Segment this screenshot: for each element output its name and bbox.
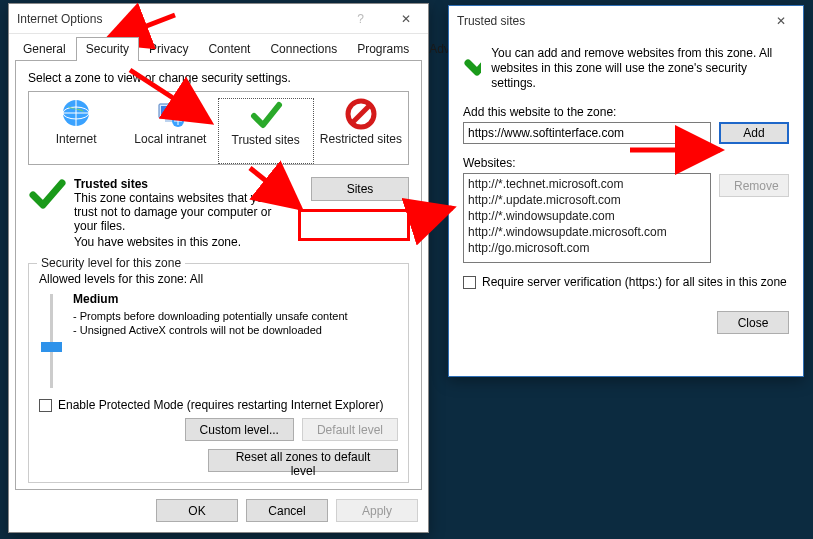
help-icon[interactable]: ? bbox=[338, 4, 383, 33]
websites-list[interactable]: http://*.technet.microsoft.com http://*.… bbox=[463, 173, 711, 263]
site-item[interactable]: http://*.update.microsoft.com bbox=[468, 192, 706, 208]
zone-list[interactable]: Internet Local intranet Trusted sites Re… bbox=[28, 91, 409, 165]
tab-strip: General Security Privacy Content Connect… bbox=[9, 34, 428, 60]
io-title: Internet Options bbox=[17, 12, 338, 26]
zone-internet[interactable]: Internet bbox=[29, 98, 123, 164]
zone-prompt: Select a zone to view or change security… bbox=[28, 71, 409, 85]
tab-connections[interactable]: Connections bbox=[260, 37, 347, 61]
level-name: Medium bbox=[73, 292, 348, 306]
websites-label: Websites: bbox=[463, 156, 711, 170]
sites-button[interactable]: Sites bbox=[311, 177, 409, 201]
security-level-group: Security level for this zone Allowed lev… bbox=[28, 263, 409, 483]
tab-privacy[interactable]: Privacy bbox=[139, 37, 198, 61]
epm-checkbox[interactable] bbox=[39, 399, 52, 412]
ts-title: Trusted sites bbox=[457, 14, 758, 28]
security-slider[interactable] bbox=[39, 292, 63, 388]
level-line2: - Unsigned ActiveX controls will not be … bbox=[73, 323, 348, 337]
zone-description: Trusted sites This zone contains website… bbox=[28, 177, 409, 249]
zone-local-intranet[interactable]: Local intranet bbox=[123, 98, 217, 164]
default-level-button: Default level bbox=[302, 418, 398, 441]
epm-label: Enable Protected Mode (requires restarti… bbox=[58, 398, 384, 412]
desc-body2: You have websites in this zone. bbox=[74, 235, 274, 249]
zone-restricted-sites[interactable]: Restricted sites bbox=[314, 98, 408, 164]
svg-line-7 bbox=[352, 105, 370, 123]
add-button[interactable]: Add bbox=[719, 122, 789, 144]
site-item[interactable]: http://*.windowsupdate.com bbox=[468, 208, 706, 224]
checkmark-large-icon bbox=[463, 46, 481, 78]
internet-options-window: Internet Options ? ✕ General Security Pr… bbox=[8, 3, 429, 533]
desc-body1: This zone contains websites that you tru… bbox=[74, 191, 274, 233]
ts-intro-text: You can add and remove websites from thi… bbox=[491, 46, 789, 91]
level-line1: - Prompts before downloading potentially… bbox=[73, 309, 348, 323]
computer-icon bbox=[153, 98, 187, 130]
slider-thumb[interactable] bbox=[41, 342, 62, 352]
cancel-button[interactable]: Cancel bbox=[246, 499, 328, 522]
tab-programs[interactable]: Programs bbox=[347, 37, 419, 61]
ok-button[interactable]: OK bbox=[156, 499, 238, 522]
io-footer: OK Cancel Apply bbox=[156, 499, 418, 522]
reset-zones-button[interactable]: Reset all zones to default level bbox=[208, 449, 398, 472]
tab-content[interactable]: Content bbox=[198, 37, 260, 61]
close-button[interactable]: Close bbox=[717, 311, 789, 334]
apply-button: Apply bbox=[336, 499, 418, 522]
zone-trusted-sites[interactable]: Trusted sites bbox=[218, 98, 314, 164]
tab-security[interactable]: Security bbox=[76, 37, 139, 61]
io-titlebar: Internet Options ? ✕ bbox=[9, 4, 428, 34]
checkmark-large-icon bbox=[28, 177, 66, 211]
globe-icon bbox=[59, 98, 93, 130]
remove-button: Remove bbox=[719, 174, 789, 197]
security-level-legend: Security level for this zone bbox=[37, 256, 185, 270]
custom-level-button[interactable]: Custom level... bbox=[185, 418, 294, 441]
svg-rect-3 bbox=[161, 106, 179, 116]
ts-titlebar: Trusted sites ✕ bbox=[449, 6, 803, 36]
site-item[interactable]: http://*.windowsupdate.microsoft.com bbox=[468, 224, 706, 240]
website-input[interactable] bbox=[463, 122, 711, 144]
site-item[interactable]: http://*.technet.microsoft.com bbox=[468, 176, 706, 192]
desc-title: Trusted sites bbox=[74, 177, 274, 191]
security-pane: Select a zone to view or change security… bbox=[15, 60, 422, 490]
site-item[interactable]: http://go.microsoft.com bbox=[468, 240, 706, 256]
allowed-levels: Allowed levels for this zone: All bbox=[39, 272, 398, 286]
ts-close-icon[interactable]: ✕ bbox=[758, 6, 803, 36]
tab-general[interactable]: General bbox=[13, 37, 76, 61]
require-https-label: Require server verification (https:) for… bbox=[482, 275, 787, 289]
checkmark-icon bbox=[249, 99, 283, 131]
require-https-checkbox[interactable] bbox=[463, 276, 476, 289]
prohibited-icon bbox=[344, 98, 378, 130]
close-icon[interactable]: ✕ bbox=[383, 4, 428, 33]
trusted-sites-dialog: Trusted sites ✕ You can add and remove w… bbox=[448, 5, 804, 377]
add-website-label: Add this website to the zone: bbox=[463, 105, 789, 119]
